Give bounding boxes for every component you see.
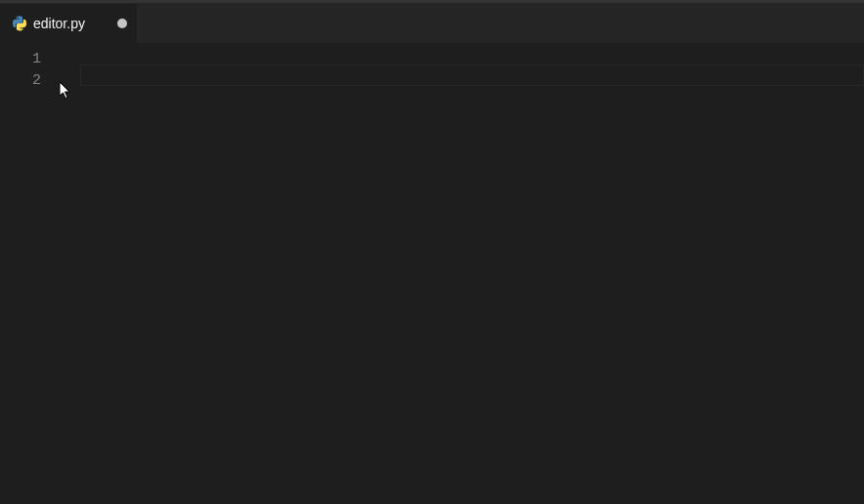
tab-dirty-indicator-icon[interactable] bbox=[117, 19, 127, 28]
code-line[interactable] bbox=[57, 49, 864, 70]
line-number: 1 bbox=[0, 49, 41, 70]
line-number-gutter: 1 2 bbox=[0, 43, 57, 504]
editor-area[interactable]: 1 2 bbox=[0, 43, 864, 504]
code-line[interactable] bbox=[57, 70, 864, 92]
python-file-icon bbox=[12, 16, 27, 31]
code-content[interactable] bbox=[57, 43, 864, 504]
tab-label: editor.py bbox=[33, 16, 104, 31]
tab-bar: editor.py bbox=[0, 4, 864, 43]
line-number: 2 bbox=[0, 70, 41, 92]
tab-editor-py[interactable]: editor.py bbox=[0, 4, 137, 43]
